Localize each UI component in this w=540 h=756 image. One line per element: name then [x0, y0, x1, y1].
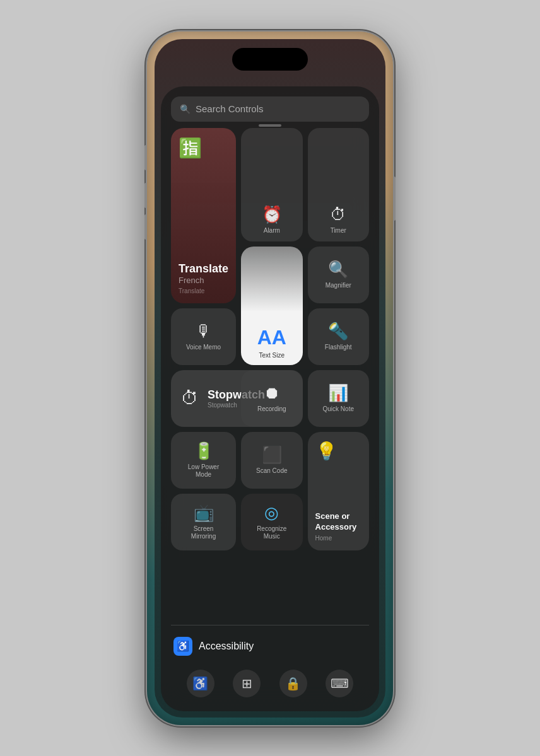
text-size-tile[interactable]: AA Text Size	[241, 247, 302, 365]
grid-bottom-icon[interactable]: ⊞	[233, 670, 261, 697]
alarm-icon: ⏰	[262, 205, 282, 224]
accessibility-label: Accessibility	[199, 641, 254, 652]
lock-bottom-icon[interactable]: 🔒	[279, 670, 307, 697]
accessibility-icon: ♿	[173, 637, 192, 656]
alarm-tile[interactable]: ⏰ Alarm	[241, 128, 302, 241]
alarm-label: Alarm	[264, 227, 280, 235]
divider	[171, 625, 369, 625]
low-power-label: Low PowerMode	[188, 463, 219, 479]
stopwatch-icon: ⏱	[181, 388, 199, 409]
phone-screen: 🔍 Search Controls 🈯 Translate French Tra…	[155, 39, 385, 718]
voice-memo-tile[interactable]: 🎙 Voice Memo	[171, 308, 236, 365]
keyboard-bottom-icon[interactable]: ⌨	[326, 670, 353, 697]
scene-home-title: Scene orAccessory	[315, 511, 357, 533]
magnifier-tile[interactable]: 🔍 Magnifier	[308, 247, 369, 303]
translate-subtitle: French	[179, 276, 228, 285]
dynamic-island	[232, 48, 308, 71]
search-bar[interactable]: 🔍 Search Controls	[171, 96, 369, 122]
magnifier-icon: 🔍	[328, 260, 348, 279]
screen-mirroring-tile[interactable]: 📺 ScreenMirroring	[171, 494, 236, 550]
text-size-display: AA	[257, 326, 286, 349]
translate-tile[interactable]: 🈯 Translate French Translate	[171, 128, 236, 303]
scan-code-tile[interactable]: ⬛ Scan Code	[241, 432, 302, 489]
accessibility-circle-icon: ♿	[192, 676, 208, 691]
screen-mirror-icon: 📺	[194, 503, 214, 523]
shazam-icon: ◎	[264, 503, 279, 523]
quick-note-tile[interactable]: 📊 Quick Note	[308, 370, 369, 427]
timer-label: Timer	[331, 227, 346, 235]
recognize-music-label: RecognizeMusic	[257, 525, 286, 541]
bottom-icons-row: ♿ ⊞ 🔒 ⌨	[171, 666, 369, 701]
search-placeholder: Search Controls	[196, 103, 264, 114]
scan-code-label: Scan Code	[256, 467, 287, 475]
scene-home-tile[interactable]: 💡 Scene orAccessory Home	[308, 432, 369, 550]
lock-rotation-icon: 🔒	[285, 676, 301, 691]
accessibility-symbol: ♿	[177, 640, 189, 652]
voice-memo-icon: 🎙	[196, 322, 212, 341]
flashlight-icon: 🔦	[328, 322, 348, 341]
timer-tile[interactable]: ⏱ Timer	[308, 128, 369, 241]
recording-icon: ⏺	[264, 383, 280, 403]
control-center-panel: 🔍 Search Controls 🈯 Translate French Tra…	[161, 86, 379, 711]
phone-shell: 🔍 Search Controls 🈯 Translate French Tra…	[147, 32, 393, 725]
quick-note-icon: 📊	[328, 383, 348, 403]
scene-home-label: Home	[315, 535, 357, 542]
accessibility-bottom-icon[interactable]: ♿	[187, 670, 214, 697]
text-size-label: Text Size	[259, 352, 285, 359]
low-power-tile[interactable]: 🔋 Low PowerMode	[171, 432, 236, 489]
recognize-music-tile[interactable]: ◎ RecognizeMusic	[241, 494, 302, 550]
quick-note-label: Quick Note	[323, 405, 354, 414]
translate-title: Translate	[179, 262, 228, 276]
translate-label: Translate	[179, 288, 228, 294]
flashlight-label: Flashlight	[325, 344, 352, 352]
search-icon: 🔍	[180, 104, 191, 114]
recording-tile[interactable]: ⏺ Recording	[241, 370, 302, 427]
screen-mirror-label: ScreenMirroring	[191, 525, 216, 541]
voice-memo-label: Voice Memo	[186, 344, 221, 352]
flashlight-tile[interactable]: 🔦 Flashlight	[308, 308, 369, 365]
home-icon: 💡	[315, 441, 338, 462]
scan-code-icon: ⬛	[262, 445, 282, 465]
pull-indicator	[259, 124, 281, 127]
low-power-icon: 🔋	[194, 441, 214, 461]
keyboard-icon: ⌨	[331, 676, 349, 691]
accessibility-row[interactable]: ♿ Accessibility	[171, 633, 369, 660]
timer-icon: ⏱	[330, 205, 346, 224]
translate-icon: 🈯	[179, 137, 202, 159]
magnifier-label: Magnifier	[326, 282, 351, 290]
recording-label: Recording	[257, 405, 286, 414]
grid-icon: ⊞	[242, 676, 252, 691]
